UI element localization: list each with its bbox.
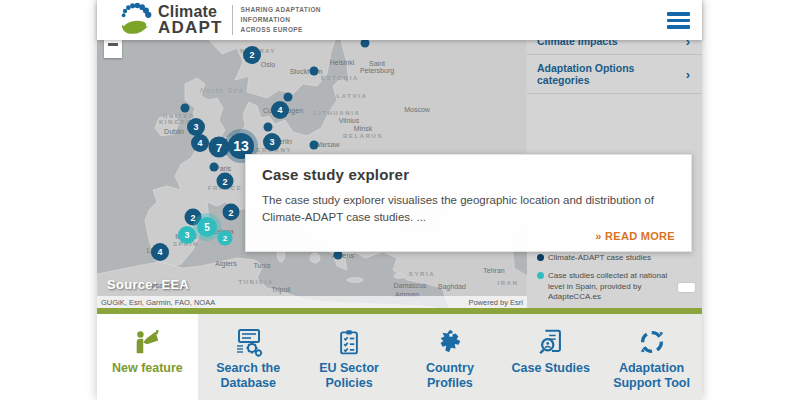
point-marker[interactable] (310, 141, 319, 150)
scrollbar-thumb[interactable] (678, 283, 695, 292)
nav-tab-label: Case Studies (505, 361, 597, 376)
cluster-marker[interactable]: 4 (271, 101, 289, 119)
cluster-marker[interactable]: 2 (223, 204, 240, 221)
cluster-marker[interactable]: 2 (243, 46, 261, 64)
sidebar-item-adaptation-options-categories[interactable]: Adaptation Options categories› (527, 55, 702, 94)
clipboard-checklist-icon (335, 325, 363, 359)
map-zoom-out-button[interactable] (104, 40, 122, 58)
nav-tab-label: Adaptation Support Tool (606, 361, 698, 391)
point-marker[interactable] (210, 163, 219, 172)
nav-tab-adaptation-support-tool[interactable]: Adaptation Support Tool (601, 314, 702, 400)
nav-tab-search-the-database[interactable]: Search the Database (198, 314, 299, 400)
legend-label: Case studies collected at national level… (548, 271, 679, 303)
map-source-label: Source: EEA (107, 277, 189, 292)
legend-item: Climate-ADAPT case studies (537, 253, 679, 264)
cluster-marker[interactable]: 7 (209, 137, 230, 158)
climate-adapt-logo[interactable]: Climate ADAPT SHARING ADAPTATIONINFORMAT… (117, 2, 321, 38)
map-attribution-left: GUGiK, Esri, Garmin, FAO, NOAA (101, 298, 215, 307)
point-marker[interactable] (264, 123, 273, 132)
cycle-arrows-icon (637, 325, 667, 359)
nav-tab-case-studies[interactable]: Case Studies (500, 314, 601, 400)
legend-label: Climate-ADAPT case studies (548, 253, 651, 264)
chevron-right-icon: › (686, 70, 690, 79)
point-marker[interactable] (284, 93, 293, 102)
site-header: Climate ADAPT SHARING ADAPTATIONINFORMAT… (97, 0, 702, 40)
cluster-marker[interactable]: 3 (187, 118, 205, 136)
case-study-magnifier-icon (536, 325, 566, 359)
card-body: The case study explorer visualises the g… (262, 192, 675, 225)
nav-tab-eu-sector-policies[interactable]: EU Sector Policies (299, 314, 400, 400)
point-marker[interactable] (181, 104, 190, 113)
cluster-marker[interactable]: 5 (197, 217, 217, 237)
europe-map-icon (435, 325, 465, 359)
cluster-marker[interactable]: 3 (178, 226, 196, 244)
logo-line2: ADAPT (158, 20, 223, 36)
cluster-marker[interactable]: 2 (217, 173, 234, 190)
nav-tab-country-profiles[interactable]: Country Profiles (399, 314, 500, 400)
nav-tab-label: Search the Database (202, 361, 294, 391)
tagline-line: INFORMATION (241, 15, 321, 25)
hamburger-menu-icon[interactable] (667, 12, 690, 29)
climate-adapt-page: NORWAYOsloHelsinkiSaint PetersburgStockh… (0, 0, 800, 400)
sidebar-item-label: Adaptation Options categories (537, 62, 686, 86)
header-tagline: SHARING ADAPTATIONINFORMATIONACROSS EURO… (232, 5, 321, 35)
tagline-line: SHARING ADAPTATION (241, 5, 321, 15)
legend-dot (537, 272, 544, 279)
legend-item: Case studies collected at national level… (537, 271, 679, 303)
search-database-icon (232, 325, 264, 359)
cluster-marker[interactable]: 4 (151, 243, 169, 261)
logo-wordmark: Climate ADAPT (158, 4, 223, 35)
cluster-marker[interactable]: 3 (263, 133, 281, 151)
point-marker[interactable] (310, 67, 319, 76)
climate-adapt-logo-icon (117, 2, 153, 38)
card-title: Case study explorer (262, 166, 675, 183)
legend-dot (537, 254, 544, 261)
tagline-line: ACROSS EUROPE (241, 25, 321, 35)
nav-tab-new-feature[interactable]: New feature (97, 314, 198, 400)
nav-tab-label: Country Profiles (404, 361, 496, 391)
map-attribution: GUGiK, Esri, Garmin, FAO, NOAA Powered b… (97, 296, 527, 308)
map-legend: Climate-ADAPT case studiesCase studies c… (537, 253, 679, 310)
megaphone-icon (132, 325, 162, 359)
cluster-marker[interactable]: 2 (218, 231, 233, 246)
read-more-link[interactable]: » READ MORE (595, 230, 675, 242)
case-study-explorer-card: Case study explorer The case study explo… (245, 154, 692, 252)
nav-tab-label: New feature (101, 361, 193, 376)
bottom-navigation: New featureSearch the DatabaseEU Sector … (97, 314, 702, 400)
nav-tab-label: EU Sector Policies (303, 361, 395, 391)
cluster-marker[interactable]: 4 (191, 134, 209, 152)
map-attribution-esri: Powered by Esri (468, 298, 523, 307)
